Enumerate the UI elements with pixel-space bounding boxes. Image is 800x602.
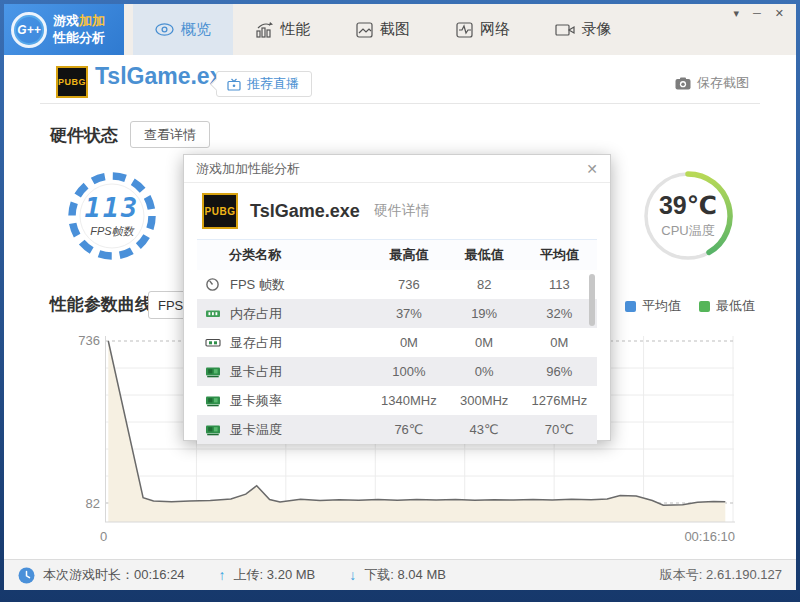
session-label: 本次游戏时长： bbox=[43, 567, 134, 582]
col-avg: 平均值 bbox=[522, 246, 597, 264]
modal-header: PUBG TslGame.exe 硬件详情 bbox=[184, 183, 610, 237]
col-max: 最高值 bbox=[371, 246, 446, 264]
table-row[interactable]: 显存占用 0M 0M 0M bbox=[197, 328, 597, 357]
tab-screenshot-label: 截图 bbox=[380, 20, 410, 39]
col-category: 分类名称 bbox=[197, 246, 371, 264]
tab-network[interactable]: 网络 bbox=[433, 4, 533, 55]
app-window: G++ 游戏加加 性能分析 概览 性能 截图 网络 bbox=[0, 0, 800, 602]
x-tick-end: 00:16:10 bbox=[660, 529, 735, 544]
row-name: 显卡温度 bbox=[230, 421, 282, 439]
pubg-game-icon: PUBG bbox=[202, 193, 238, 229]
upload-label: 上传: bbox=[234, 567, 264, 582]
fps-gauge-icon bbox=[205, 277, 221, 292]
row-min-value: 0% bbox=[447, 364, 522, 379]
recommend-live-label: 推荐直播 bbox=[247, 75, 299, 93]
tab-network-label: 网络 bbox=[480, 20, 510, 39]
fps-gauge: 113 FPS帧数 bbox=[64, 168, 160, 264]
save-screenshot-button[interactable]: 保存截图 bbox=[675, 74, 749, 92]
fps-value: 113 bbox=[85, 194, 140, 221]
status-bar: 本次游戏时长：00:16:24 ↑ 上传: 3.20 MB ↓ 下载: 8.04… bbox=[4, 559, 796, 590]
modal-titlebar: 游戏加加性能分析 ✕ bbox=[184, 155, 610, 183]
minimize-icon[interactable]: ─ bbox=[753, 8, 761, 19]
row-name: 内存占用 bbox=[230, 305, 282, 323]
cpu-temp-gauge: 39℃ CPU温度 bbox=[640, 168, 736, 264]
pubg-game-icon: PUBG bbox=[56, 66, 88, 98]
row-avg-value: 0M bbox=[522, 335, 597, 350]
header-divider bbox=[40, 103, 760, 104]
view-details-button[interactable]: 查看详情 bbox=[130, 121, 210, 148]
modal-close-icon[interactable]: ✕ bbox=[586, 161, 598, 177]
upload-icon: ↑ bbox=[219, 567, 226, 583]
menu-dropdown-icon[interactable]: ▾ bbox=[733, 8, 739, 19]
modal-title: 游戏加加性能分析 bbox=[196, 160, 300, 178]
legend-avg-swatch bbox=[625, 301, 636, 312]
main-tabs: 概览 性能 截图 网络 录像 bbox=[133, 4, 633, 55]
download-icon: ↓ bbox=[349, 567, 356, 583]
cpu-temp-label: CPU温度 bbox=[661, 222, 714, 240]
upload-value: 3.20 MB bbox=[267, 567, 315, 582]
gpu-icon bbox=[205, 424, 221, 436]
hardware-table: 分类名称 最高值 最低值 平均值 FPS 帧数 736 82 113 内存占用 … bbox=[197, 239, 597, 444]
legend-avg: 平均值 bbox=[625, 297, 681, 315]
row-min-value: 43℃ bbox=[447, 422, 522, 437]
save-screenshot-label: 保存截图 bbox=[697, 74, 749, 92]
gpu-icon bbox=[205, 366, 221, 378]
row-max-value: 1340MHz bbox=[371, 393, 446, 408]
download-label: 下载: bbox=[364, 567, 394, 582]
tab-record[interactable]: 录像 bbox=[533, 4, 633, 55]
row-name: FPS 帧数 bbox=[230, 276, 285, 294]
legend-avg-label: 平均值 bbox=[642, 297, 681, 315]
row-name: 显卡占用 bbox=[230, 363, 282, 381]
row-max-value: 0M bbox=[371, 335, 446, 350]
x-tick-0: 0 bbox=[100, 529, 107, 544]
hardware-detail-modal: 游戏加加性能分析 ✕ PUBG TslGame.exe 硬件详情 分类名称 最高… bbox=[183, 154, 611, 441]
screenshot-icon bbox=[356, 22, 373, 38]
tab-overview[interactable]: 概览 bbox=[133, 4, 233, 55]
row-avg-value: 32% bbox=[522, 306, 597, 321]
session-value: 00:16:24 bbox=[134, 567, 185, 582]
table-row[interactable]: 显卡占用 100% 0% 96% bbox=[197, 357, 597, 386]
tab-performance[interactable]: 性能 bbox=[233, 4, 333, 55]
tab-record-label: 录像 bbox=[582, 20, 612, 39]
eye-icon bbox=[155, 23, 174, 36]
legend-min-swatch bbox=[699, 301, 710, 312]
download-value: 8.04 MB bbox=[398, 567, 446, 582]
row-max-value: 736 bbox=[371, 277, 446, 292]
table-row[interactable]: 内存占用 37% 19% 32% bbox=[197, 299, 597, 328]
camera-icon bbox=[675, 77, 691, 90]
record-icon bbox=[555, 23, 575, 37]
table-header-row: 分类名称 最高值 最低值 平均值 bbox=[197, 240, 597, 270]
network-icon bbox=[456, 22, 473, 38]
close-icon[interactable]: ✕ bbox=[775, 8, 784, 19]
legend-min: 最低值 bbox=[699, 297, 755, 315]
table-row[interactable]: 显卡温度 76℃ 43℃ 70℃ bbox=[197, 415, 597, 444]
recommend-live-button[interactable]: 推荐直播 bbox=[216, 71, 312, 97]
app-logo-text: 游戏加加 性能分析 bbox=[53, 13, 105, 46]
performance-curve-title: 性能参数曲线 bbox=[50, 293, 152, 316]
legend-min-label: 最低值 bbox=[716, 297, 755, 315]
row-min-value: 19% bbox=[447, 306, 522, 321]
table-row[interactable]: FPS 帧数 736 82 113 bbox=[197, 270, 597, 299]
window-controls: ▾ ─ ✕ bbox=[733, 8, 784, 19]
table-row[interactable]: 显卡频率 1340MHz 300MHz 1276MHz bbox=[197, 386, 597, 415]
y-tick-736: 736 bbox=[70, 333, 100, 348]
tab-performance-label: 性能 bbox=[281, 20, 311, 39]
table-body: FPS 帧数 736 82 113 内存占用 37% 19% 32% 显存占用 … bbox=[197, 270, 597, 444]
memory-icon bbox=[205, 308, 221, 320]
fps-label: FPS帧数 bbox=[90, 224, 133, 239]
table-scrollbar[interactable] bbox=[589, 274, 595, 326]
tv-icon bbox=[227, 78, 241, 91]
version-label: 版本号: bbox=[660, 567, 703, 582]
gpp-logo-icon: G++ bbox=[11, 12, 47, 48]
vram-icon bbox=[205, 337, 221, 349]
row-max-value: 37% bbox=[371, 306, 446, 321]
row-avg-value: 1276MHz bbox=[522, 393, 597, 408]
col-min: 最低值 bbox=[447, 246, 522, 264]
app-logo: G++ 游戏加加 性能分析 bbox=[4, 4, 124, 55]
row-min-value: 0M bbox=[447, 335, 522, 350]
row-max-value: 76℃ bbox=[371, 422, 446, 437]
row-name: 显卡频率 bbox=[230, 392, 282, 410]
tab-screenshot[interactable]: 截图 bbox=[333, 4, 433, 55]
row-avg-value: 96% bbox=[522, 364, 597, 379]
y-tick-82: 82 bbox=[70, 496, 100, 511]
